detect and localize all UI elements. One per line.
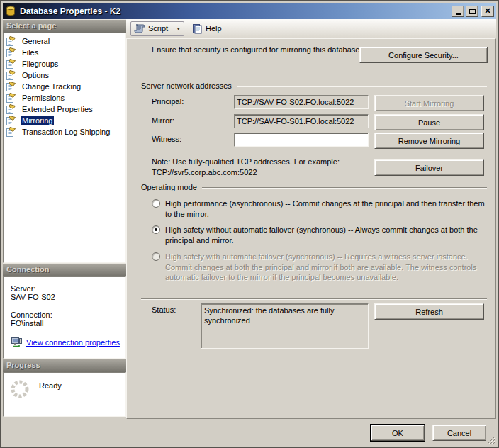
failover-button[interactable]: Failover (374, 159, 484, 176)
server-label: Server: (11, 284, 125, 293)
close-button[interactable]: ✕ (481, 6, 494, 17)
group-divider (202, 187, 487, 189)
page-edit-icon (6, 92, 17, 103)
operating-mode-group-label: Operating mode (141, 183, 197, 191)
connection-value: FO\install (11, 319, 125, 327)
status-section-divider (141, 298, 487, 300)
computer-connection-icon (11, 337, 23, 348)
principal-label: Principal: (152, 97, 184, 106)
security-instruction-text: Ensure that security is configured for m… (152, 45, 364, 55)
script-button[interactable]: Script ▼ (130, 21, 184, 36)
mirror-label: Mirror: (152, 116, 174, 125)
tcp-address-note: Note: Use fully-qualified TCP addresses.… (152, 157, 373, 178)
database-properties-dialog: Database Properties - K2 ✕ Select a page… (0, 0, 499, 448)
help-page-icon (192, 23, 203, 34)
remove-mirroring-button[interactable]: Remove Mirroring (374, 133, 484, 149)
maximize-icon (469, 9, 476, 14)
minimize-button[interactable] (452, 6, 464, 17)
principal-address-field (234, 95, 369, 109)
radio-icon[interactable] (152, 199, 160, 208)
radio-icon-disabled (152, 252, 160, 261)
radio-high-safety-with-failover: High safety with automatic failover (syn… (152, 252, 486, 283)
help-label: Help (206, 24, 222, 33)
page-edit-icon (6, 58, 17, 69)
window-title: Database Properties - K2 (20, 6, 450, 16)
script-scroll-icon (134, 23, 145, 33)
page-edit-icon (6, 47, 17, 58)
ok-button[interactable]: OK (371, 425, 425, 441)
footer: OK Cancel (3, 419, 496, 445)
group-divider (237, 86, 487, 87)
connection-header: Connection (3, 263, 126, 276)
refresh-button[interactable]: Refresh (374, 303, 484, 320)
sidebar-item-extended-properties[interactable]: Extended Properties (4, 103, 125, 115)
witness-label: Witness: (152, 135, 181, 143)
status-label: Status: (152, 306, 176, 314)
minimize-icon (456, 13, 461, 15)
sidebar: Select a page General Files Filegroups O… (3, 19, 126, 419)
status-value-box: Synchronized: the databases are fully sy… (201, 303, 369, 349)
server-value: SAV-FO-S02 (11, 293, 125, 301)
mirroring-page-content: Ensure that security is configured for m… (126, 38, 496, 419)
sidebar-item-mirroring[interactable]: Mirroring (4, 115, 125, 126)
progress-panel: Ready (3, 372, 126, 417)
page-edit-icon (6, 81, 17, 92)
radio-high-performance[interactable]: High performance (asynchronous) -- Commi… (152, 198, 486, 219)
resize-grip[interactable] (486, 435, 495, 444)
sidebar-item-files[interactable]: Files (4, 47, 125, 58)
progress-header: Progress (3, 359, 126, 372)
maximize-button[interactable] (466, 6, 478, 17)
progress-status: Ready (39, 381, 62, 416)
radio-high-safety-without-failover[interactable]: High safety without automatic failover (… (152, 225, 486, 245)
close-icon: ✕ (484, 7, 490, 15)
script-split-divider (172, 23, 172, 34)
start-mirroring-button: Start Mirroring (374, 95, 484, 111)
sidebar-item-general[interactable]: General (4, 35, 125, 47)
connection-panel: Server: SAV-FO-S02 Connection: FO\instal… (3, 276, 126, 359)
page-edit-icon (6, 115, 17, 126)
sidebar-item-permissions[interactable]: Permissions (4, 92, 125, 103)
connection-label: Connection: (11, 310, 125, 319)
titlebar[interactable]: Database Properties - K2 ✕ (3, 3, 496, 19)
sidebar-item-options[interactable]: Options (4, 69, 125, 81)
page-edit-icon (6, 126, 17, 138)
select-a-page-header: Select a page (3, 19, 126, 33)
help-button[interactable]: Help (189, 21, 225, 36)
sidebar-item-change-tracking[interactable]: Change Tracking (4, 81, 125, 92)
sidebar-item-filegroups[interactable]: Filegroups (4, 58, 125, 69)
server-network-addresses-group-label: Server network addresses (141, 82, 232, 90)
page-edit-icon (6, 35, 17, 47)
sidebar-item-transaction-log-shipping[interactable]: Transaction Log Shipping (4, 126, 125, 138)
configure-security-button[interactable]: Configure Security... (359, 47, 488, 63)
witness-address-input[interactable] (234, 133, 369, 147)
radio-icon-checked[interactable] (152, 225, 160, 234)
page-edit-icon (6, 103, 17, 115)
page-edit-icon (6, 69, 17, 81)
view-connection-properties-link[interactable]: View connection properties (26, 338, 120, 347)
spinner-ring-icon (9, 379, 30, 400)
pause-button[interactable]: Pause (374, 114, 484, 130)
script-label: Script (148, 24, 168, 33)
toolbar: Script ▼ Help (126, 19, 496, 38)
page-list: General Files Filegroups Options Change … (3, 33, 126, 263)
chevron-down-icon[interactable]: ▼ (176, 26, 181, 31)
cancel-button[interactable]: Cancel (432, 425, 486, 441)
mirror-address-field (234, 114, 369, 128)
database-cylinder-icon (5, 5, 16, 18)
